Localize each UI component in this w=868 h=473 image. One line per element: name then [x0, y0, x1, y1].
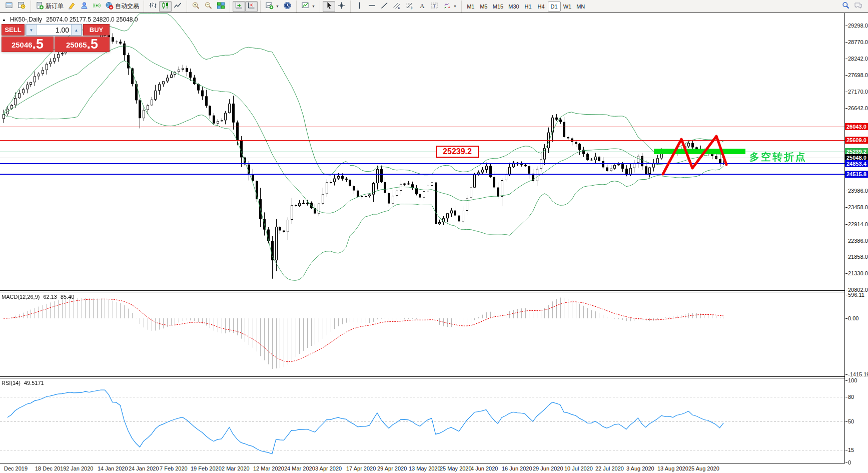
toolbar-button-horizontal-line[interactable] — [366, 1, 378, 12]
toolbar-button-trendline[interactable] — [378, 1, 391, 12]
channel-icon: E — [393, 2, 401, 11]
toolbar-button-autotrading[interactable]: 自动交易 — [103, 1, 141, 12]
mt4-window: 新订单自动交易▼▼EFAT▼M1M5M15M30H1H4D1W1MN ▲ HK5… — [0, 0, 868, 473]
tick-dash — [845, 241, 847, 241]
toolbar-button-new-chart[interactable]: ▼ — [263, 1, 281, 12]
tick-dash — [845, 224, 847, 225]
macd-indicator-label: MACD(12,26,9) 62.13 85.40 — [2, 294, 74, 300]
toolbar-button-bar-chart[interactable] — [147, 1, 159, 12]
support-zone-bar[interactable] — [654, 149, 745, 154]
price-axis[interactable]: 29298.028770.028242.027698.027170.026642… — [845, 13, 868, 473]
sell-button[interactable]: SELL — [2, 24, 25, 36]
clock-icon — [283, 2, 292, 11]
toolbar-button-chart-shift[interactable] — [245, 1, 258, 12]
date-axis-label: 18 Dec 2019 — [35, 465, 66, 471]
tick-dash — [845, 75, 847, 76]
toolbar-button-zoom-out[interactable] — [202, 1, 215, 12]
rsi-axis-label: 0 — [848, 459, 851, 465]
pane-separator-macd[interactable] — [0, 290, 845, 292]
buy-button[interactable]: BUY — [83, 24, 110, 36]
price-axis-tick: 27698.0 — [848, 72, 868, 78]
toolbar-button-d1-label: D1 — [551, 4, 558, 10]
price-axis-tick: 21858.0 — [848, 254, 868, 260]
toolbar-button-line-chart[interactable] — [172, 1, 184, 12]
toolbar-button-tile-windows[interactable] — [215, 1, 227, 12]
toolbar-button-m1[interactable]: M1 — [464, 2, 477, 12]
horizontal-price-line[interactable] — [0, 158, 844, 158]
sell-price-frac: .5 — [33, 37, 44, 52]
toolbar-button-fibonacci[interactable]: F — [403, 1, 416, 12]
toolbar-button-clock[interactable] — [281, 1, 294, 12]
toolbar-button-m5[interactable]: M5 — [477, 2, 490, 12]
one-click-trading-panel: SELL ▾ ▴ BUY 25046.5 25065.5 — [2, 24, 110, 52]
date-axis-label: 4 Jun 2020 — [471, 465, 498, 471]
toolbar-button-m15[interactable]: M15 — [490, 2, 506, 12]
toolbar-button-arrows[interactable]: ▼ — [441, 1, 459, 12]
toolbar-button-search[interactable] — [839, 1, 852, 12]
volume-input[interactable] — [37, 25, 71, 35]
volume-decrease-button[interactable]: ▾ — [26, 25, 37, 35]
toolbar-button-new-order[interactable]: 新订单 — [34, 1, 66, 12]
toolbar-button-crosshair[interactable] — [335, 1, 348, 12]
price-axis-tick: 29298.0 — [848, 23, 868, 29]
macd-main-value: 62.13 — [43, 294, 57, 300]
chart-ohlc-values: 25074.0 25177.5 24820.0 25048.0 — [46, 16, 138, 23]
svg-text:F: F — [411, 7, 413, 10]
date-axis-label: 3 Aug 2020 — [626, 465, 654, 471]
price-annotation-box[interactable]: 25239.2 — [436, 146, 479, 158]
horizontal-price-line[interactable] — [0, 174, 844, 175]
date-axis-label: 29 Apr 2020 — [377, 465, 407, 471]
toolbar-button-channel[interactable]: E — [391, 1, 403, 12]
pivot-point-text[interactable]: 多空转折点 — [749, 150, 807, 164]
toolbar-group — [2, 1, 30, 13]
toolbar-button-d1[interactable]: D1 — [548, 2, 561, 12]
toolbar-button-terminal[interactable] — [3, 1, 16, 12]
zoom-in-icon — [192, 2, 200, 11]
toolbar-button-cursor[interactable] — [323, 1, 335, 12]
toolbar-button-text[interactable]: A — [416, 1, 428, 12]
text-icon: A — [418, 2, 426, 11]
toolbar-button-signal[interactable] — [91, 1, 103, 12]
toolbar-button-h1[interactable]: H1 — [522, 2, 535, 12]
strategy-tester-icon — [18, 2, 26, 11]
macd-signal-value: 85.40 — [61, 294, 75, 300]
toolbar-button-profile[interactable] — [78, 1, 91, 12]
toolbar-group: M1M5M15M30H1H4D1W1MN — [461, 1, 589, 13]
toolbar-button-text-label[interactable]: T — [428, 1, 441, 12]
collapse-panel-icon[interactable]: ▲ — [2, 18, 6, 22]
toolbar-button-h4[interactable]: H4 — [535, 2, 548, 12]
tick-dash — [845, 421, 847, 422]
toolbar-button-candlestick[interactable] — [159, 1, 172, 12]
tick-dash — [845, 397, 847, 397]
profiles-icon — [301, 2, 310, 11]
toolbar-button-profiles[interactable]: ▼ — [299, 1, 317, 12]
toolbar-button-w1[interactable]: W1 — [561, 2, 574, 12]
chevron-down-icon: ▼ — [312, 5, 315, 8]
toolbar-button-strategy-tester[interactable] — [16, 1, 28, 12]
buy-price-display[interactable]: 25065.5 — [55, 37, 110, 52]
horizontal-price-line[interactable] — [0, 163, 844, 164]
date-axis-label: 25 Aug 2020 — [688, 465, 719, 471]
volume-increase-button[interactable]: ▴ — [71, 25, 82, 35]
toolbar-button-h4-label: H4 — [538, 4, 545, 10]
toolbar-button-auto-scroll[interactable] — [233, 1, 245, 12]
toolbar-button-zoom-in[interactable] — [190, 1, 202, 12]
horizontal-price-line[interactable] — [0, 127, 844, 127]
toolbar-button-chat[interactable] — [852, 1, 864, 12]
date-axis-label: 17 Apr 2020 — [346, 465, 376, 471]
toolbar-group — [837, 1, 866, 13]
pane-separator-rsi[interactable] — [0, 376, 845, 378]
arrows-icon — [443, 2, 451, 11]
toolbar: 新订单自动交易▼▼EFAT▼M1M5M15M30H1H4D1W1MN — [0, 0, 868, 13]
toolbar-button-mn[interactable]: MN — [574, 2, 587, 12]
sell-price-display[interactable]: 25046.5 — [2, 37, 54, 52]
toolbar-button-vertical-line[interactable] — [353, 1, 366, 12]
price-chart-canvas[interactable] — [0, 13, 845, 463]
date-axis-label: 7 Feb 2020 — [160, 465, 188, 471]
price-axis-tick: 22914.0 — [848, 221, 868, 227]
toolbar-button-m30[interactable]: M30 — [506, 2, 521, 12]
horizontal-price-line[interactable] — [0, 140, 844, 141]
toolbar-button-indicators[interactable] — [66, 1, 78, 12]
macd-axis-label: 0.00 — [848, 315, 858, 321]
rsi-value: 49.5171 — [24, 380, 44, 386]
